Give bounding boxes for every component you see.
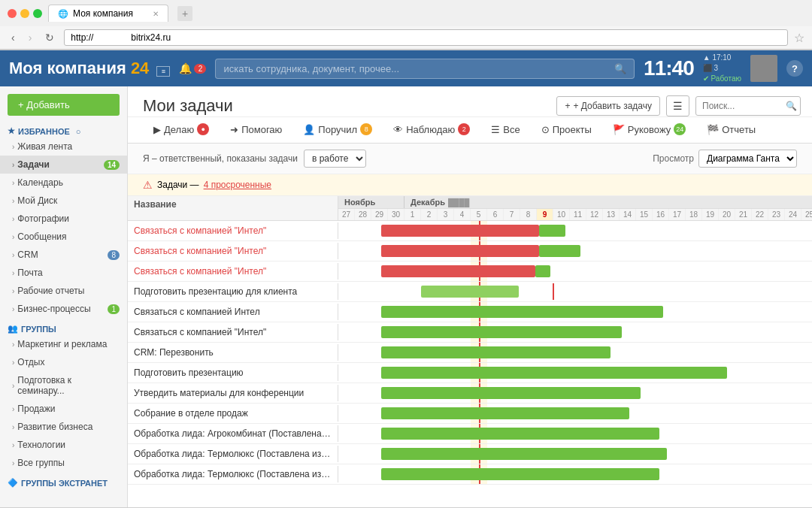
help-button[interactable]: ?: [786, 60, 803, 77]
projects-icon: ⊙: [541, 124, 550, 135]
task-bar[interactable]: [381, 326, 622, 338]
task-bar[interactable]: [381, 468, 659, 480]
tab-managing[interactable]: 🚩 Руковожу 24: [602, 117, 696, 143]
group-icon: 👥: [8, 324, 18, 334]
browser-tab[interactable]: 🌐 Моя компания ✕: [48, 5, 168, 22]
sidebar-item-sales[interactable]: › Продажи: [0, 400, 127, 418]
search-input[interactable]: [223, 63, 608, 74]
logo-icon: ≡: [156, 66, 170, 77]
close-button[interactable]: [8, 9, 17, 18]
table-row[interactable]: Связаться с компанией "Интел": [128, 221, 812, 241]
crm-badge: 8: [108, 250, 120, 260]
november-label: Ноябрь: [338, 196, 404, 208]
task-bar[interactable]: [381, 306, 663, 318]
table-row[interactable]: Связаться с компанией "Интел": [128, 262, 812, 282]
sidebar-item-feed[interactable]: › Живая лента: [0, 138, 127, 156]
gantt-bar-area: [338, 282, 812, 301]
sidebar-item-marketing[interactable]: › Маркетинг и реклама: [0, 335, 127, 353]
tab-projects[interactable]: ⊙ Проекты: [531, 117, 602, 143]
task-name: Связаться с компанией "Интел": [128, 324, 338, 340]
sidebar-item-seminar[interactable]: › Подготовка к семинару...: [0, 371, 127, 400]
page-actions: + + Добавить задачу ☰ 🔍: [556, 95, 797, 116]
fullscreen-button[interactable]: [33, 9, 42, 18]
add-button[interactable]: + Добавить: [8, 94, 120, 116]
report-icon: 🏁: [707, 124, 719, 135]
tab-watching[interactable]: 👁 Наблюдаю 2: [383, 117, 480, 143]
back-button[interactable]: ‹: [8, 30, 19, 45]
tab-helping[interactable]: ➜ Помогаю: [220, 117, 292, 143]
tab-reports[interactable]: 🏁 Отчеты: [696, 117, 766, 143]
task-bar[interactable]: [421, 286, 519, 298]
sidebar-item-photos[interactable]: › Фотографии: [0, 210, 127, 228]
status-filter[interactable]: в работе: [304, 150, 366, 168]
table-row[interactable]: Связаться с компанией "Интел": [128, 241, 812, 262]
gantt-name-header: Название: [128, 196, 338, 220]
task-bar[interactable]: [381, 265, 535, 277]
overdue-link[interactable]: 4 просроченные: [204, 180, 271, 190]
gantt-bar-area: [338, 404, 812, 423]
sidebar-item-bizproc[interactable]: › Бизнес-процессы 1: [0, 300, 127, 318]
tasks-search-input[interactable]: [695, 96, 801, 116]
sidebar-item-tech[interactable]: › Технологии: [0, 436, 127, 454]
day-16: 16: [653, 209, 669, 220]
tab-doing[interactable]: ▶ Делаю ●: [143, 117, 220, 143]
task-bar[interactable]: [381, 346, 611, 358]
address-bar[interactable]: [64, 29, 788, 46]
sidebar-item-reports[interactable]: › Рабочие отчеты: [0, 282, 127, 300]
view-select[interactable]: Диаграмма Ганта: [698, 150, 797, 168]
user-icon: 👤: [303, 124, 315, 135]
task-bar[interactable]: [381, 407, 629, 419]
gantt-bar-area: [338, 262, 812, 281]
gantt-area[interactable]: Название Ноябрь Декабрь ████: [128, 196, 812, 507]
table-row[interactable]: Обработка лида: Агрокомбинат (Поставлена…: [128, 424, 812, 444]
sidebar-item-rest[interactable]: › Отдых: [0, 353, 127, 371]
forward-button[interactable]: ›: [25, 30, 36, 45]
add-task-button[interactable]: + + Добавить задачу: [556, 96, 660, 116]
refresh-button[interactable]: ↻: [41, 30, 58, 45]
table-row[interactable]: Подготовить презентацию для клиента: [128, 282, 812, 302]
sidebar-item-tasks[interactable]: › Задачи 14: [0, 156, 127, 174]
new-tab-button[interactable]: +: [177, 6, 192, 21]
eye-icon: 👁: [393, 124, 403, 135]
table-row[interactable]: Утвердить материалы для конференции: [128, 383, 812, 404]
task-bar[interactable]: [381, 387, 641, 399]
sidebar-item-disk[interactable]: › Мой Диск: [0, 192, 127, 210]
sidebar-item-allgroups[interactable]: › Все группы: [0, 454, 127, 472]
tab-assigned[interactable]: 👤 Поручил 8: [292, 117, 383, 143]
arrow-icon: ➜: [230, 124, 238, 135]
notification-bell[interactable]: 🔔 2: [179, 62, 206, 74]
minimize-button[interactable]: [20, 9, 29, 18]
favorites-section[interactable]: ★ ИЗБРАННОЕ ○: [0, 122, 127, 138]
day-4: 4: [454, 209, 471, 220]
task-bar[interactable]: [381, 245, 539, 257]
task-bar[interactable]: [381, 225, 539, 237]
table-row[interactable]: CRM: Перезвонить: [128, 343, 812, 363]
notification-count: 2: [194, 64, 206, 74]
groups-section[interactable]: 👥 ГРУППЫ: [0, 318, 127, 335]
task-name: Связаться с компанией "Интел": [128, 222, 338, 239]
table-row[interactable]: Связаться с компанией "Интел": [128, 322, 812, 343]
user-avatar[interactable]: [750, 55, 777, 82]
table-row[interactable]: Подготовить презентацию: [128, 363, 812, 383]
table-row[interactable]: Собрание в отделе продаж: [128, 404, 812, 424]
gantt-bar-area: [338, 343, 812, 362]
day-10: 10: [553, 209, 570, 220]
task-bar[interactable]: [381, 428, 659, 440]
tab-close-icon[interactable]: ✕: [153, 10, 159, 18]
task-bar[interactable]: [381, 448, 667, 460]
sidebar-item-mail[interactable]: › Почта: [0, 264, 127, 282]
extranet-section[interactable]: 🔷 ГРУППЫ ЭКСТРАНЕТ: [0, 472, 127, 489]
table-row[interactable]: Обработка лида: Термолюкс (Поставлена из…: [128, 444, 812, 464]
table-row[interactable]: Обработка лида: Термолюкс (Поставлена из…: [128, 464, 812, 485]
managing-badge: 24: [674, 123, 686, 135]
filter-bar: Я – ответственный, показаны задачи в раб…: [128, 144, 812, 174]
table-row[interactable]: Связаться с компанией Интел: [128, 302, 812, 322]
sidebar-item-crm[interactable]: › CRM 8: [0, 246, 127, 264]
tab-all[interactable]: ☰ Все: [480, 117, 530, 143]
sidebar-item-calendar[interactable]: › Календарь: [0, 174, 127, 192]
sidebar-item-messages[interactable]: › Сообщения: [0, 228, 127, 246]
task-bar[interactable]: [381, 367, 727, 379]
list-view-button[interactable]: ☰: [666, 95, 689, 116]
bookmark-icon[interactable]: ☆: [794, 31, 804, 45]
sidebar-item-dev[interactable]: › Развитие бизнеса: [0, 418, 127, 436]
